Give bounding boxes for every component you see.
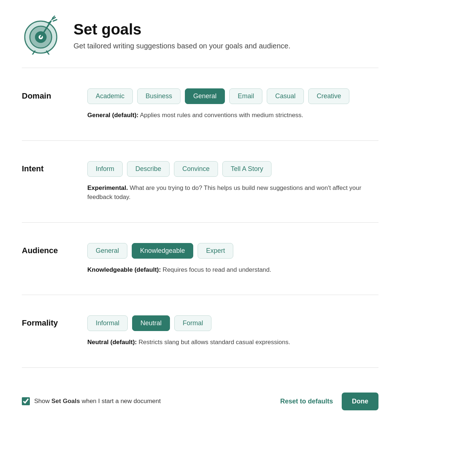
checkbox-bold-text: Set Goals <box>51 398 80 405</box>
audience-desc-text: Requires focus to read and understand. <box>161 266 271 273</box>
intent-section: Intent Inform Describe Convince Tell A S… <box>22 151 378 212</box>
formality-description: Neutral (default): Restricts slang but a… <box>87 338 378 347</box>
intent-describe[interactable]: Describe <box>127 161 170 177</box>
domain-desc-bold: General (default): <box>87 112 139 119</box>
domain-email[interactable]: Email <box>229 88 262 104</box>
formality-content: Informal Neutral Formal Neutral (default… <box>87 315 378 347</box>
checkbox-pre-text: Show <box>34 398 51 405</box>
domain-creative[interactable]: Creative <box>308 88 349 104</box>
svg-line-9 <box>53 20 57 21</box>
divider-4 <box>22 295 378 295</box>
formality-desc-bold: Neutral (default): <box>87 339 137 346</box>
header-text: Set goals Get tailored writing suggestio… <box>74 21 290 50</box>
target-icon <box>22 15 62 56</box>
formality-button-group: Informal Neutral Formal <box>87 315 378 331</box>
checkbox-post-text: when I start a new document <box>80 398 161 405</box>
formality-section: Formality Informal Neutral Formal Neutra… <box>22 305 378 357</box>
divider-2 <box>22 140 378 141</box>
show-set-goals-checkbox-label[interactable]: Show Set Goals when I start a new docume… <box>22 397 161 405</box>
intent-description: Experimental. What are you trying to do?… <box>87 183 378 202</box>
domain-button-group: Academic Business General Email Casual C… <box>87 88 378 104</box>
domain-general[interactable]: General <box>185 88 225 104</box>
intent-content: Inform Describe Convince Tell A Story Ex… <box>87 161 378 202</box>
domain-section: Domain Academic Business General Email C… <box>22 78 378 130</box>
intent-label: Intent <box>22 161 73 174</box>
domain-desc-text: Applies most rules and conventions with … <box>139 112 304 119</box>
page-title: Set goals <box>74 21 290 38</box>
formality-neutral[interactable]: Neutral <box>132 315 170 331</box>
header: Set goals Get tailored writing suggestio… <box>22 15 378 56</box>
footer-actions: Reset to defaults Done <box>280 393 378 410</box>
formality-informal[interactable]: Informal <box>87 315 128 331</box>
checkbox-label-text: Show Set Goals when I start a new docume… <box>34 398 161 405</box>
audience-expert[interactable]: Expert <box>198 243 233 259</box>
domain-casual[interactable]: Casual <box>267 88 304 104</box>
formality-desc-text: Restricts slang but allows standard casu… <box>137 339 290 346</box>
divider-1 <box>22 68 378 68</box>
audience-general[interactable]: General <box>87 243 127 259</box>
domain-content: Academic Business General Email Casual C… <box>87 88 378 120</box>
intent-desc-bold: Experimental. <box>87 184 128 191</box>
formality-formal[interactable]: Formal <box>174 315 211 331</box>
domain-business[interactable]: Business <box>137 88 181 104</box>
domain-description: General (default): Applies most rules an… <box>87 111 378 120</box>
footer: Show Set Goals when I start a new docume… <box>22 385 378 410</box>
reset-defaults-button[interactable]: Reset to defaults <box>280 398 333 405</box>
audience-knowledgeable[interactable]: Knowledgeable <box>132 243 193 259</box>
intent-convince[interactable]: Convince <box>174 161 218 177</box>
intent-tell-a-story[interactable]: Tell A Story <box>222 161 271 177</box>
intent-desc-text: What are you trying to do? This helps us… <box>87 184 361 201</box>
domain-label: Domain <box>22 88 73 101</box>
intent-inform[interactable]: Inform <box>87 161 123 177</box>
divider-3 <box>22 222 378 223</box>
audience-description: Knowledgeable (default): Requires focus … <box>87 265 378 275</box>
page-description: Get tailored writing suggestions based o… <box>74 42 290 50</box>
audience-content: General Knowledgeable Expert Knowledgeab… <box>87 243 378 275</box>
audience-label: Audience <box>22 243 73 255</box>
audience-desc-bold: Knowledgeable (default): <box>87 266 161 273</box>
audience-button-group: General Knowledgeable Expert <box>87 243 378 259</box>
divider-5 <box>22 367 378 368</box>
domain-academic[interactable]: Academic <box>87 88 133 104</box>
intent-button-group: Inform Describe Convince Tell A Story <box>87 161 378 177</box>
show-set-goals-checkbox[interactable] <box>22 397 30 405</box>
audience-section: Audience General Knowledgeable Expert Kn… <box>22 233 378 285</box>
done-button[interactable]: Done <box>342 393 378 410</box>
formality-label: Formality <box>22 315 73 328</box>
